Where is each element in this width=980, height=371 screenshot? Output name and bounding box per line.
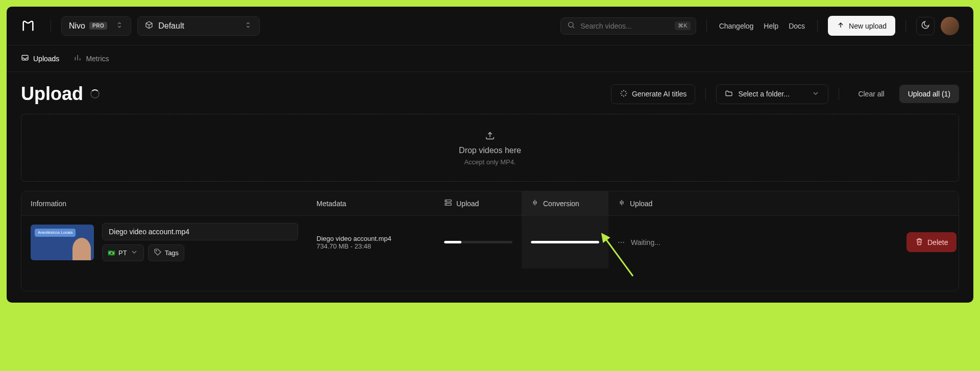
waveform-icon xyxy=(531,199,539,208)
nav-metrics-label: Metrics xyxy=(86,55,109,63)
col-upload-label: Upload xyxy=(456,200,479,208)
col-information: Information xyxy=(21,191,307,215)
docs-link[interactable]: Docs xyxy=(787,19,807,33)
nav-metrics[interactable]: Metrics xyxy=(74,54,109,63)
workspace-selector[interactable]: Nivo PRO xyxy=(61,16,131,36)
dropzone[interactable]: Drop videos here Accept only MP4. xyxy=(21,114,959,182)
tags-label: Tags xyxy=(165,249,179,257)
clear-all-button[interactable]: Clear all xyxy=(849,85,893,103)
workspace-name: Nivo xyxy=(69,21,85,31)
thumbnail-person xyxy=(72,238,91,260)
select-folder-label: Select a folder... xyxy=(738,90,789,98)
search-shortcut: ⌘K xyxy=(675,21,690,30)
divider xyxy=(706,20,707,32)
chevron-down-icon xyxy=(130,248,138,258)
generate-ai-titles-label: Generate AI titles xyxy=(632,90,687,98)
conversion-progress xyxy=(531,241,599,243)
chevron-down-icon xyxy=(812,89,820,99)
svg-point-6 xyxy=(156,251,156,251)
search-box[interactable]: ⌘K xyxy=(560,17,696,35)
video-thumbnail[interactable]: Anestésicos Locais xyxy=(31,225,94,260)
server-icon xyxy=(444,199,452,208)
chevron-updown-icon xyxy=(115,21,124,31)
chart-icon xyxy=(74,54,82,63)
page-title: Upload xyxy=(21,83,83,105)
divider xyxy=(817,20,818,32)
tag-icon xyxy=(154,248,162,258)
dropzone-subtitle: Accept only MP4. xyxy=(464,158,516,166)
delete-button[interactable]: Delete xyxy=(906,232,957,252)
col-conversion: Conversion xyxy=(522,191,608,215)
new-upload-button[interactable]: New upload xyxy=(828,16,895,36)
upload-status: Waiting... xyxy=(631,238,660,246)
trash-icon xyxy=(915,237,923,247)
changelog-link[interactable]: Changelog xyxy=(717,19,756,33)
waveform-icon xyxy=(618,199,626,208)
metadata-size: 734.70 MB xyxy=(316,242,349,250)
moon-icon xyxy=(921,20,930,32)
upload-icon xyxy=(837,21,845,31)
theme-toggle[interactable] xyxy=(916,17,935,35)
svg-point-0 xyxy=(569,22,573,27)
svg-rect-2 xyxy=(445,200,451,202)
svg-point-5 xyxy=(446,204,447,205)
inbox-icon xyxy=(21,54,29,63)
project-selector[interactable]: Default xyxy=(137,16,260,36)
nav-uploads-label: Uploads xyxy=(33,55,59,63)
table-row: Anestésicos Locais 🇧🇷 PT xyxy=(21,216,959,268)
user-avatar[interactable] xyxy=(941,17,959,35)
project-name: Default xyxy=(158,21,184,31)
loading-spinner-icon xyxy=(90,89,100,98)
conversion-progress-fill xyxy=(531,241,599,243)
upload-progress xyxy=(444,241,512,243)
divider xyxy=(51,20,51,32)
help-link[interactable]: Help xyxy=(762,19,780,33)
new-upload-label: New upload xyxy=(849,22,887,30)
divider xyxy=(905,20,906,32)
upload-cloud-icon xyxy=(484,130,496,143)
metadata-filename: Diego video account.mp4 xyxy=(316,235,426,242)
filename-input[interactable] xyxy=(102,223,298,240)
svg-point-4 xyxy=(446,201,447,201)
metadata-duration: 23:48 xyxy=(354,242,371,250)
nav-uploads[interactable]: Uploads xyxy=(21,54,59,63)
select-folder-dropdown[interactable]: Select a folder... xyxy=(716,84,828,104)
upload-all-button[interactable]: Upload all (1) xyxy=(899,85,959,103)
col-conversion-label: Conversion xyxy=(543,200,579,208)
search-icon xyxy=(567,21,575,31)
delete-label: Delete xyxy=(927,238,948,246)
search-input[interactable] xyxy=(580,22,670,30)
dropzone-title: Drop videos here xyxy=(459,146,521,155)
dots-icon: ⋯ xyxy=(618,238,626,246)
sparkle-icon xyxy=(620,89,628,99)
col-upload: Upload xyxy=(435,191,522,215)
col-metadata: Metadata xyxy=(307,191,435,215)
thumbnail-title: Anestésicos Locais xyxy=(35,229,76,237)
tags-button[interactable]: Tags xyxy=(148,244,184,261)
divider xyxy=(839,88,839,100)
folder-icon xyxy=(725,89,733,99)
cube-icon xyxy=(145,21,153,31)
col-upload2-label: Upload xyxy=(630,200,652,208)
svg-rect-3 xyxy=(445,203,451,205)
upload-progress-fill xyxy=(444,241,461,243)
col-upload2: Upload xyxy=(608,191,897,215)
language-label: PT xyxy=(118,249,127,257)
generate-ai-titles-button[interactable]: Generate AI titles xyxy=(611,84,695,104)
flag-icon: 🇧🇷 xyxy=(108,250,115,257)
language-select[interactable]: 🇧🇷 PT xyxy=(102,244,144,261)
pro-badge: PRO xyxy=(89,22,107,30)
chevron-updown-icon xyxy=(244,21,252,31)
divider xyxy=(705,88,706,100)
col-actions xyxy=(897,191,959,215)
app-logo[interactable] xyxy=(21,19,35,33)
